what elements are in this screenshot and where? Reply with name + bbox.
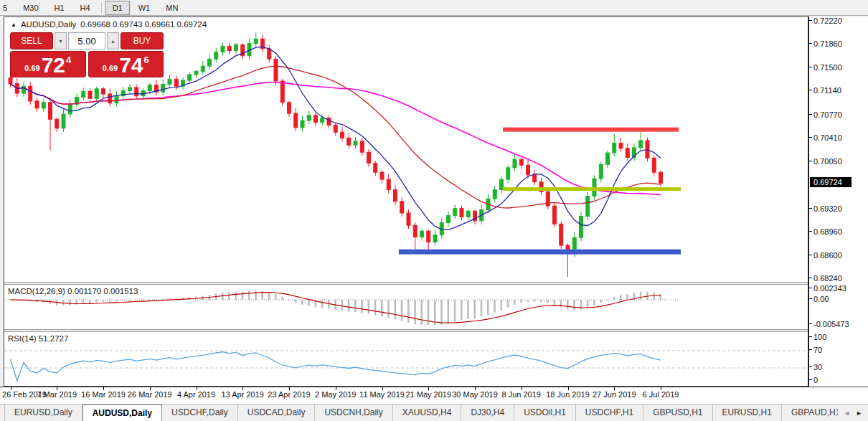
date-label: 26 Mar 2019 <box>128 390 172 399</box>
rsi-axis-label: 100 <box>813 333 826 341</box>
price-axis-label: 0.69320 <box>813 204 842 213</box>
timeframe-h1[interactable]: H1 <box>47 1 72 15</box>
tab-xauusd-h4[interactable]: XAUUSD,H4 <box>393 405 462 421</box>
timeframe-m30[interactable]: M30 <box>16 1 45 15</box>
tab-usdoil-h1[interactable]: USDOil,H1 <box>514 405 576 421</box>
date-label: 16 Mar 2019 <box>81 390 126 399</box>
main-chart-panel[interactable]: ▲ AUDUSD,Daily 0.69668 0.69743 0.69661 0… <box>4 17 808 282</box>
sell-price-box[interactable]: 0.69 72 4 <box>10 51 86 77</box>
rsi-axis-label: 30 <box>813 363 822 372</box>
timeframe-mn[interactable]: MN <box>159 1 185 15</box>
mt4-window: 5M30H1H4D1W1MN ▲ AUDUSD,Daily 0.69668 0.… <box>0 0 868 421</box>
chart-frame: ▲ AUDUSD,Daily 0.69668 0.69743 0.69661 0… <box>4 16 808 387</box>
tab-usdchf-daily[interactable]: USDCHF,Daily <box>162 405 238 421</box>
date-label: 18 Jun 2019 <box>546 390 590 399</box>
date-label: 27 Jun 2019 <box>593 390 636 399</box>
date-label: 30 May 2019 <box>452 390 498 399</box>
date-label: 7 Mar 2019 <box>37 390 77 399</box>
tab-dj30-h4[interactable]: DJ30,H4 <box>461 405 514 421</box>
macd-panel[interactable]: MACD(12,26,9) 0.001170 0.001513 <box>4 285 808 329</box>
price-axis-label: 0.71500 <box>813 63 842 72</box>
sell-price-fraction: 4 <box>66 55 71 65</box>
price-axis-label: 0.68960 <box>813 227 842 236</box>
price-axis-label: 0.71140 <box>813 86 841 95</box>
symbol-title: AUDUSD,Daily <box>21 20 76 29</box>
macd-label: MACD(12,26,9) 0.001170 0.001513 <box>8 287 138 295</box>
buy-price-pips: 74 <box>119 55 143 75</box>
macd-axis-label: 0.00 <box>813 295 829 303</box>
trade-controls-row: SELL ▼ ▲ BUY <box>10 32 164 49</box>
down-arrow-icon: ▼ <box>58 39 63 44</box>
trade-prices-row: 0.69 72 4 0.69 74 6 <box>10 51 164 77</box>
tab-usdchf-h1[interactable]: USDCHF,H1 <box>576 405 643 421</box>
chart-tabs: EURUSD,DailyAUDUSD,DailyUSDCHF,DailyUSDC… <box>4 405 838 421</box>
up-arrow-icon: ▲ <box>110 39 115 44</box>
tab-audusd-daily[interactable]: AUDUSD,Daily <box>82 405 162 421</box>
price-axis: 0.722200.718600.715000.711400.707700.704… <box>808 16 868 387</box>
tab-gbpaud-h1[interactable]: GBPAUD,H1 <box>782 405 838 421</box>
timeframe-toolbar: 5M30H1H4D1W1MN <box>0 0 868 16</box>
tab-usdcad-daily[interactable]: USDCAD,Daily <box>238 405 316 421</box>
timeframe-w1[interactable]: W1 <box>131 1 158 15</box>
tab-scroll-right-icon[interactable]: ► <box>856 410 862 417</box>
price-axis-label: 0.70410 <box>813 133 842 142</box>
collapse-trade-panel-icon[interactable]: ▲ <box>11 22 16 28</box>
toolbar-separator <box>101 2 102 14</box>
rsi-panel[interactable]: RSI(14) 51.2727 <box>4 332 808 386</box>
buy-button[interactable]: BUY <box>121 32 164 49</box>
resistance-line <box>503 128 679 132</box>
date-label: 6 Jul 2019 <box>643 390 679 399</box>
buy-price-fraction: 6 <box>144 55 149 65</box>
symbol-ohlc-values: 0.69668 0.69743 0.69661 0.69724 <box>80 20 207 29</box>
sell-button[interactable]: SELL <box>10 32 53 49</box>
rsi-label: RSI(14) 51.2727 <box>8 334 68 343</box>
rsi-axis-label: 0 <box>813 376 818 384</box>
one-click-trading-panel: SELL ▼ ▲ BUY 0.69 72 <box>10 32 164 77</box>
tab-scroll-left-icon[interactable]: ◄ <box>844 410 850 417</box>
volume-increase-button[interactable]: ▲ <box>107 32 119 49</box>
date-label: 8 Jun 2019 <box>502 390 541 399</box>
date-axis: 26 Feb 20197 Mar 201916 Mar 201926 Mar 2… <box>0 387 868 404</box>
buy-price-box[interactable]: 0.69 74 6 <box>88 51 164 77</box>
tab-eurusd-h1[interactable]: EURUSD,H1 <box>713 405 782 421</box>
macd-axis-label: 0.002343 <box>813 284 846 293</box>
timeframe-h4[interactable]: H4 <box>73 1 98 15</box>
price-axis-label: 0.68600 <box>813 251 842 260</box>
buy-price-prefix: 0.69 <box>103 64 118 72</box>
date-label: 4 Apr 2019 <box>177 390 215 399</box>
date-label: 21 May 2019 <box>405 390 451 399</box>
chart-tab-bar: EURUSD,DailyAUDUSD,DailyUSDCHF,DailyUSDC… <box>0 404 868 421</box>
date-label: 23 Apr 2019 <box>268 390 310 399</box>
support-line <box>399 250 681 255</box>
timeframe-d1[interactable]: D1 <box>105 1 130 15</box>
tab-gbpusd-h1[interactable]: GBPUSD,H1 <box>643 405 712 421</box>
symbol-info-line: ▲ AUDUSD,Daily 0.69668 0.69743 0.69661 0… <box>11 20 207 29</box>
price-axis-label: 0.71860 <box>813 39 842 48</box>
date-label: 11 May 2019 <box>359 390 405 399</box>
price-axis-label: 0.72220 <box>813 16 842 25</box>
timeframe-5[interactable]: 5 <box>0 1 14 15</box>
date-label: 13 Apr 2019 <box>222 390 264 399</box>
sell-price-prefix: 0.69 <box>24 64 39 72</box>
pivot-line <box>503 187 681 191</box>
current-price-tag: 0.69724 <box>810 177 852 187</box>
sell-price-pips: 72 <box>42 55 65 75</box>
chart-workspace: ▲ AUDUSD,Daily 0.69668 0.69743 0.69661 0… <box>0 16 868 387</box>
macd-axis-label: -0.005473 <box>813 320 849 328</box>
price-axis-label: 0.70770 <box>813 110 842 119</box>
rsi-axis-label: 70 <box>813 346 822 354</box>
volume-input[interactable] <box>68 32 105 49</box>
tab-eurusd-daily[interactable]: EURUSD,Daily <box>4 405 82 421</box>
rsi-canvas[interactable] <box>4 332 808 386</box>
price-axis-label: 0.68240 <box>813 274 842 283</box>
price-axis-label: 0.70050 <box>813 157 842 166</box>
date-label: 2 May 2019 <box>315 390 356 399</box>
tab-scroll-controls: ◄ ► <box>838 405 868 421</box>
volume-decrease-button[interactable]: ▼ <box>55 32 67 49</box>
tab-usdcnh-daily[interactable]: USDCNH,Daily <box>315 405 392 421</box>
